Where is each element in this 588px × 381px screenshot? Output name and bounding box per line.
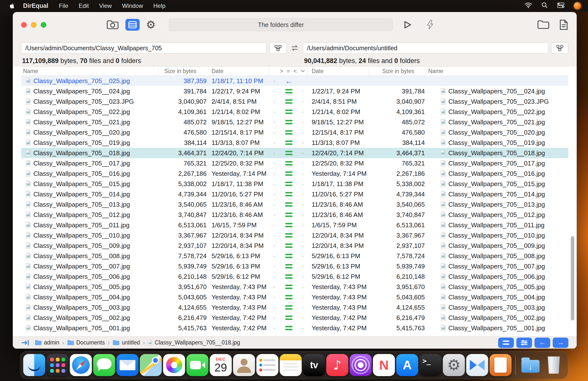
dock-safari-icon[interactable] (70, 354, 92, 376)
reveal-path-icon[interactable] (21, 339, 29, 346)
breadcrumb-item-admin[interactable]: admin (35, 339, 59, 346)
zoom-button[interactable] (41, 22, 46, 28)
left-path-input[interactable] (21, 42, 267, 54)
table-row[interactable]: Classy_Wallpapers_705__019.jpg 384,114 1… (21, 137, 568, 148)
dock-direqual-icon[interactable] (466, 354, 488, 376)
compare-folders-icon[interactable] (106, 19, 119, 30)
siri-icon[interactable] (574, 2, 581, 10)
dock-photos-icon[interactable] (163, 354, 185, 376)
dock-tv-icon[interactable] (303, 354, 325, 376)
table-row[interactable]: Classy_Wallpapers_705__008.jpg 7,578,724… (21, 251, 568, 261)
dock-app-store-icon[interactable] (396, 354, 419, 376)
header-size-right[interactable]: Size in bytes (369, 67, 426, 76)
dock-reminders-icon[interactable] (256, 354, 278, 376)
run-compare-button[interactable] (402, 20, 412, 30)
table-row[interactable]: Classy_Wallpapers_705__015.jpg 5,338,002… (21, 179, 568, 189)
table-row[interactable]: Classy_Wallpapers_705__018.jpg 3,464,371… (21, 148, 568, 158)
app-menu-title[interactable]: DirEqual (23, 2, 48, 9)
dock-music-icon[interactable] (326, 354, 349, 376)
menu-edit[interactable]: Edit (73, 2, 94, 9)
left-browse-button[interactable] (270, 42, 287, 54)
header-size-left[interactable]: Size in bytes (159, 67, 208, 76)
table-row[interactable]: Classy_Wallpapers_705__012.jpg 3,740,847… (21, 210, 568, 220)
dock-facetime-icon[interactable] (187, 354, 209, 376)
table-row[interactable]: Classy_Wallpapers_705__021.jpg 485,072 9… (21, 117, 568, 127)
table-row[interactable]: Classy_Wallpapers_705__002.jpg 6,216,479… (21, 313, 568, 323)
table-row[interactable]: Classy_Wallpapers_705__007.jpg 5,939,749… (21, 261, 568, 271)
table-row[interactable]: Classy_Wallpapers_705__006.jpg 6,210,148… (21, 271, 568, 282)
dock-mail-icon[interactable] (117, 354, 139, 376)
breadcrumb-item-documents[interactable]: Documents (67, 339, 105, 346)
breadcrumb-item-untitled[interactable]: untitled (113, 339, 140, 346)
right-browse-button[interactable] (551, 42, 568, 54)
dock-books-icon[interactable] (490, 354, 512, 376)
table-row[interactable]: Classy_Wallpapers_705__009.jpg 2,937,107… (21, 241, 568, 251)
dock-podcasts-icon[interactable] (350, 354, 372, 376)
dock-finder-icon[interactable] (23, 354, 45, 376)
dock-terminal-icon[interactable] (420, 354, 442, 376)
breadcrumb-item-file[interactable]: Classy_Wallpapers_705__018.jpg (148, 339, 240, 346)
header-date-right[interactable]: Date (308, 67, 369, 76)
dock-contacts-icon[interactable] (233, 354, 255, 376)
chevron-down-icon[interactable] (298, 67, 308, 76)
table-row[interactable]: Classy_Wallpapers_705__010.jpg 3,367,967… (21, 230, 568, 241)
minimize-button[interactable] (31, 22, 37, 28)
scrollbar[interactable] (571, 236, 574, 321)
table-row[interactable]: Classy_Wallpapers_705__023.JPG 3,040,907… (21, 96, 568, 107)
table-row[interactable]: Classy_Wallpapers_705__011.jpg 6,513,061… (21, 220, 568, 230)
table-row[interactable]: Classy_Wallpapers_705__022.jpg 4,109,361… (21, 107, 568, 117)
table-row[interactable]: Classy_Wallpapers_705__005.jpg 3,951,670… (21, 282, 568, 292)
settings-gear-icon[interactable]: ⚙ (146, 19, 156, 30)
wifi-icon[interactable] (525, 2, 532, 10)
filter-options-button[interactable] (516, 338, 532, 348)
report-document-icon[interactable] (559, 19, 568, 30)
header-name-right[interactable]: Name (426, 67, 568, 76)
previous-difference-button[interactable] (534, 338, 550, 348)
apple-menu-icon[interactable] (9, 3, 15, 9)
sync-actions-icon[interactable] (426, 20, 434, 30)
table-row[interactable]: Classy_Wallpapers_705__014.jpg 4,739,344… (21, 189, 568, 199)
dock-messages-icon[interactable] (93, 354, 115, 376)
next-difference-button[interactable] (553, 338, 568, 348)
swap-sides-icon[interactable] (287, 45, 303, 52)
dock-trash-icon[interactable] (543, 354, 565, 376)
dock-downloads-icon[interactable]: ↓ (520, 354, 542, 376)
header-name-left[interactable]: Name (21, 67, 159, 76)
table-row[interactable]: Classy_Wallpapers_705__017.jpg 765,321 1… (21, 158, 568, 169)
view-mode-button[interactable] (126, 19, 140, 31)
table-row[interactable]: Classy_Wallpapers_705__024.jpg 391,784 1… (21, 86, 568, 96)
right-path-input[interactable] (303, 42, 548, 54)
table-row[interactable]: Classy_Wallpapers_705__001.jpg 5,415,763… (21, 323, 568, 333)
table-row[interactable]: Classy_Wallpapers_705__016.jpg 2,267,186… (21, 169, 568, 179)
header-compare[interactable]: > = < (280, 67, 298, 76)
file-icon (25, 160, 31, 167)
open-folder-icon[interactable] (537, 19, 550, 30)
show-equal-toggle-button[interactable] (498, 338, 514, 348)
dot-separator (298, 211, 308, 219)
menu-file[interactable]: File (54, 2, 74, 9)
table-row[interactable]: Classy_Wallpapers_705__003.jpg 4,124,655… (21, 302, 568, 313)
control-center-icon[interactable] (557, 2, 565, 10)
menu-view[interactable]: View (94, 2, 117, 9)
dock-system-preferences-icon[interactable] (443, 354, 465, 376)
close-button[interactable] (21, 22, 27, 28)
dock-news-icon[interactable] (373, 354, 395, 376)
dock-launchpad-icon[interactable] (47, 354, 69, 376)
table-header: Name Size in bytes Date > = < Date Size … (21, 66, 568, 76)
table-row[interactable]: Classy_Wallpapers_705__013.jpg 3,540,065… (21, 199, 568, 210)
header-date-left[interactable]: Date (208, 67, 269, 76)
search-icon[interactable] (541, 2, 548, 10)
dock-maps-icon[interactable] (140, 354, 162, 376)
dock-notes-icon[interactable] (280, 354, 302, 376)
table-row[interactable]: Classy_Wallpapers_705__025.jpg 387,359 1… (21, 76, 568, 86)
file-date-left: 11/23/16, 8:46 AM (208, 211, 269, 219)
table-row[interactable]: Classy_Wallpapers_705__004.jpg 5,043,605… (21, 292, 568, 302)
table-row[interactable]: Classy_Wallpapers_705__020.jpg 476,580 1… (21, 127, 568, 137)
menu-help[interactable]: Help (148, 2, 170, 9)
file-date-right: Yesterday, 7:42 PM (308, 314, 369, 322)
menu-window[interactable]: Window (117, 2, 148, 9)
file-icon (441, 139, 446, 146)
breadcrumb-chevron: › (105, 339, 113, 346)
dock-calendar-icon[interactable]: DEC29 (210, 354, 232, 376)
file-size-right: 3,540,065 (369, 201, 426, 209)
